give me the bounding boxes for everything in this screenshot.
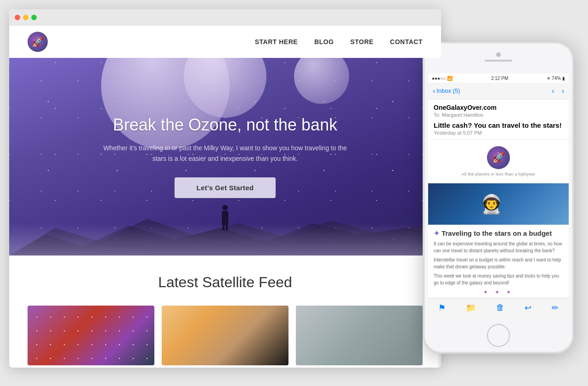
nav-link-start-here[interactable]: START HERE [255,38,298,45]
email-toolbar: ⚑ 📁 🗑 ↩ ✏ [428,298,569,317]
carrier-indicator: ●●●○○ [432,76,446,81]
status-left: ●●●○○ 📶 [432,76,452,81]
wifi-icon: 📶 [447,76,452,81]
minimize-dot[interactable] [23,15,28,20]
nav-link-store[interactable]: STORE [351,38,373,45]
email-body: 🚀 All the planets in less than a lightye… [428,140,569,298]
astronaut-icon: 👨‍🚀 [480,193,503,215]
battery-level: 74% [552,76,561,81]
feed-item-landscape [296,306,423,365]
compose-icon[interactable]: ✏ [552,303,559,313]
website: 🚀 START HERE BLOG STORE CONTACT [9,26,441,368]
hero-section: Break the Ozone, not the bank Whether it… [9,58,441,255]
iphone-camera [496,52,501,57]
battery-icon: ▮ [562,76,565,81]
email-nav-arrows: ‹ › [552,87,564,95]
article-1-p1: It can be expensive traveling around the… [434,240,563,254]
nav-link-contact[interactable]: CONTACT [390,38,423,45]
email-logo-image: 🚀 [487,146,510,169]
article-1-title: Traveling to the stars on a budget [434,229,563,238]
trash-icon[interactable]: 🗑 [496,303,504,312]
email-logo-area: 🚀 All the planets in less than a lightye… [428,140,569,183]
person-silhouette [220,205,230,228]
iphone-container: ●●●○○ 📶 2:12 PM ✳ 74% ▮ ‹ Inbox (5) ‹ [423,41,574,354]
maximize-dot[interactable] [31,15,37,20]
email-article-1: Traveling to the stars on a budget It ca… [428,225,569,298]
folder-icon[interactable]: 📁 [466,303,476,313]
back-chevron-icon: ‹ [433,87,435,95]
inbox-label: Inbox (5) [436,87,460,94]
cta-button[interactable]: Let's Get Started [175,177,276,198]
ios-status-bar: ●●●○○ 📶 2:12 PM ✳ 74% ▮ [428,74,569,83]
iphone-home-button[interactable] [487,324,510,347]
email-subject: Little cash? You can travel to the stars… [434,121,563,129]
feed-grid [28,306,423,365]
next-email-icon[interactable]: › [562,87,564,95]
feed-item-silhouette [162,306,288,365]
prev-email-icon[interactable]: ‹ [552,87,554,95]
feed-item-galaxy [28,306,154,365]
reply-icon[interactable]: ↩ [525,303,531,313]
browser-window: 🚀 START HERE BLOG STORE CONTACT [9,9,441,368]
email-from: OneGalaxyOver.com [434,104,563,111]
hero-subtitle: Whether it's traveling in or past the Mi… [101,143,349,164]
email-astronaut-image: 👨‍🚀 [428,183,569,225]
close-dot[interactable] [15,15,20,20]
email-logo-tagline: All the planets in less than a lightyear [435,172,562,176]
email-to: To: Margaret Hamilton [434,112,563,118]
feed-stars [28,306,154,365]
logo-icon: 🚀 [28,32,48,52]
nav-link-blog[interactable]: BLOG [314,38,334,45]
email-divider: ✦ ✦ ✦ [434,289,563,295]
content-section: Latest Satellite Feed [9,255,441,368]
status-right: ✳ 74% ▮ [547,76,565,81]
section-title: Latest Satellite Feed [28,274,423,291]
article-1-p3: This week we look at money saving tips a… [434,272,563,286]
email-nav: ‹ Inbox (5) ‹ › [428,83,569,99]
hero-content: Break the Ozone, not the bank Whether it… [92,115,358,198]
hero-title: Break the Ozone, not the bank [101,115,349,135]
nav-links: START HERE BLOG STORE CONTACT [255,38,423,45]
flag-icon[interactable]: ⚑ [438,303,446,313]
navigation: 🚀 START HERE BLOG STORE CONTACT [9,26,441,58]
logo: 🚀 [28,32,48,52]
iphone-top [423,41,574,74]
iphone: ●●●○○ 📶 2:12 PM ✳ 74% ▮ ‹ Inbox (5) ‹ [423,41,574,354]
inbox-back-link[interactable]: ‹ Inbox (5) [433,87,460,95]
status-time: 2:12 PM [491,76,508,81]
browser-content: 🚀 START HERE BLOG STORE CONTACT [9,26,441,368]
email-date: Yesterday at 5:07 PM [434,130,563,136]
iphone-speaker [485,60,512,62]
email-header: OneGalaxyOver.com To: Margaret Hamilton … [428,99,569,140]
iphone-bottom [423,317,574,354]
bluetooth-icon: ✳ [547,76,550,81]
article-1-p2: Interstellar travel on a budget is withi… [434,256,563,270]
browser-chrome [9,9,441,26]
iphone-screen: ●●●○○ 📶 2:12 PM ✳ 74% ▮ ‹ Inbox (5) ‹ [428,74,569,317]
